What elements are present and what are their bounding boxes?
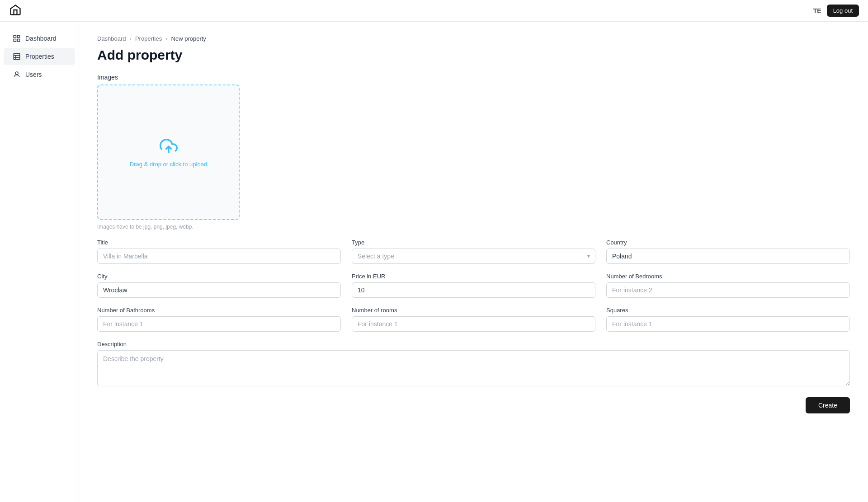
title-label: Title [97, 239, 341, 246]
rooms-label: Number of rooms [352, 307, 595, 314]
city-label: City [97, 273, 341, 280]
rooms-input[interactable] [352, 316, 595, 332]
sidebar-item-dashboard[interactable]: Dashboard [4, 30, 75, 47]
svg-point-8 [15, 72, 18, 75]
description-label: Description [97, 341, 850, 347]
upload-cloud-icon [160, 137, 178, 157]
breadcrumb-properties[interactable]: Properties [135, 35, 162, 42]
rooms-group: Number of rooms [352, 307, 595, 332]
svg-rect-4 [14, 53, 20, 60]
dashboard-icon [13, 34, 21, 42]
breadcrumb-sep-2: › [165, 35, 167, 42]
sidebar-item-properties[interactable]: Properties [4, 48, 75, 65]
page-title: Add property [97, 47, 850, 63]
bathrooms-input[interactable] [97, 316, 341, 332]
create-button[interactable]: Create [806, 397, 850, 413]
breadcrumb-dashboard[interactable]: Dashboard [97, 35, 126, 42]
svg-rect-3 [18, 39, 20, 42]
form-footer: Create [97, 397, 850, 427]
users-icon [13, 70, 21, 79]
price-group: Price in EUR [352, 273, 595, 298]
price-label: Price in EUR [352, 273, 595, 280]
city-input[interactable] [97, 282, 341, 298]
breadcrumb-sep-1: › [130, 35, 132, 42]
sidebar-item-users[interactable]: Users [4, 66, 75, 83]
type-select-wrapper: Select a type Apartment House Villa Comm… [352, 249, 595, 264]
breadcrumb-current: New property [171, 35, 206, 42]
title-group: Title [97, 239, 341, 264]
sidebar: Dashboard Properties [0, 22, 79, 502]
breadcrumb: Dashboard › Properties › New property [97, 35, 850, 42]
type-label: Type [352, 239, 595, 246]
description-textarea[interactable] [97, 350, 850, 386]
title-input[interactable] [97, 249, 341, 264]
svg-rect-2 [14, 39, 16, 42]
topbar-right: TE Log out [813, 5, 859, 17]
bathrooms-label: Number of Bathrooms [97, 307, 341, 314]
topbar-logo [9, 4, 22, 18]
sidebar-item-properties-label: Properties [25, 53, 54, 60]
sidebar-item-dashboard-label: Dashboard [25, 35, 57, 42]
description-group: Description [97, 341, 850, 386]
bathrooms-group: Number of Bathrooms [97, 307, 341, 332]
image-upload-area[interactable]: Drag & drop or click to upload [97, 84, 240, 220]
property-form: Title Type Select a type Apartment House… [97, 239, 850, 386]
bedrooms-group: Number of Bedrooms [606, 273, 850, 298]
bedrooms-input[interactable] [606, 282, 850, 298]
sidebar-item-users-label: Users [25, 71, 42, 78]
type-group: Type Select a type Apartment House Villa… [352, 239, 595, 264]
country-input[interactable] [606, 249, 850, 264]
svg-rect-0 [14, 35, 16, 38]
upload-text: Drag & drop or click to upload [130, 161, 207, 168]
city-group: City [97, 273, 341, 298]
squares-label: Squares [606, 307, 850, 314]
upload-hint: Images have to be jpg, png, jpeg, webp. [97, 224, 850, 230]
properties-icon [13, 52, 21, 61]
sidebar-nav: Dashboard Properties [0, 22, 79, 91]
squares-group: Squares [606, 307, 850, 332]
country-label: Country [606, 239, 850, 246]
topbar: TE Log out [0, 0, 868, 22]
logout-button[interactable]: Log out [827, 5, 859, 17]
svg-rect-1 [18, 35, 20, 38]
bedrooms-label: Number of Bedrooms [606, 273, 850, 280]
country-group: Country [606, 239, 850, 264]
main-content: Dashboard › Properties › New property Ad… [79, 22, 868, 502]
squares-input[interactable] [606, 316, 850, 332]
user-initials: TE [813, 7, 821, 14]
price-input[interactable] [352, 282, 595, 298]
type-select[interactable]: Select a type Apartment House Villa Comm… [352, 249, 595, 264]
images-section-label: Images [97, 74, 850, 81]
